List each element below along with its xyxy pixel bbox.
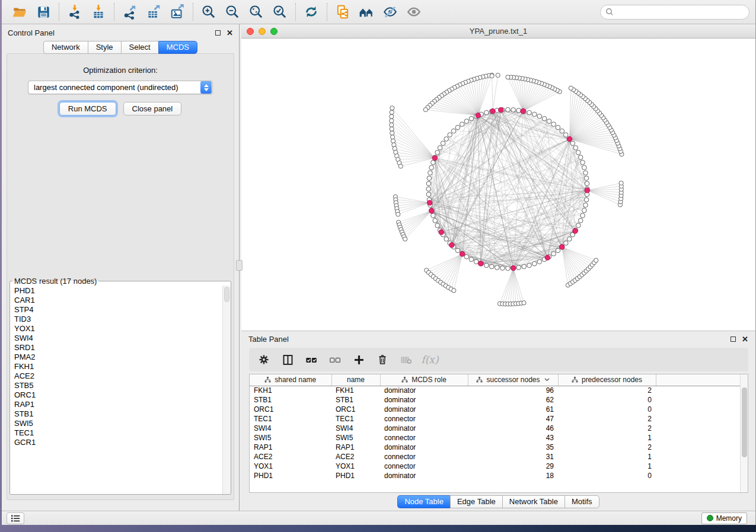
task-history-button[interactable] (7, 512, 24, 524)
column-header-MCDS-role[interactable]: MCDS role (380, 374, 468, 386)
table-row[interactable]: TEC1TEC1connector472 (250, 414, 743, 424)
delete-icon[interactable] (375, 352, 390, 367)
table-row[interactable]: YOX1YOX1connector291 (250, 462, 743, 471)
table-cell: SWI4 (250, 424, 331, 433)
toolbar-separator (59, 3, 59, 21)
mcds-result-node[interactable]: RAP1 (14, 400, 227, 409)
clone-network-icon[interactable] (331, 2, 355, 22)
tab-style[interactable]: Style (88, 41, 121, 54)
export-image-icon[interactable] (165, 2, 189, 22)
mcds-result-node[interactable]: TEC1 (14, 428, 227, 438)
run-mcds-button[interactable]: Run MCDS (59, 102, 116, 116)
table-panel-header: Table Panel ✕ (241, 331, 755, 347)
column-header-successor-nodes[interactable]: successor nodes (468, 374, 558, 386)
tab-select[interactable]: Select (121, 41, 158, 54)
mcds-result-node[interactable]: STB5 (14, 381, 227, 390)
float-panel-icon[interactable] (215, 30, 221, 36)
import-table-icon[interactable] (87, 2, 110, 22)
first-neighbors-icon[interactable] (355, 2, 378, 22)
network-view[interactable] (241, 39, 755, 331)
zoom-in-icon[interactable] (197, 2, 221, 22)
table-cell: dominator (380, 443, 468, 452)
tab-mcds[interactable]: MCDS (158, 41, 197, 54)
table-cell: connector (380, 452, 468, 462)
mcds-result-node[interactable]: FKH1 (14, 362, 227, 371)
table-cell: 2 (558, 443, 656, 452)
control-panel-header: Control Panel ✕ (2, 24, 239, 41)
mcds-result-node[interactable]: STP4 (14, 305, 227, 315)
export-network-icon[interactable] (118, 2, 142, 22)
tab-edge-table[interactable]: Edge Table (450, 495, 502, 508)
float-table-panel-icon[interactable] (731, 336, 736, 342)
tab-network[interactable]: Network (43, 41, 88, 54)
table-row[interactable]: SWI5SWI5connector431 (250, 433, 743, 443)
mcds-result-node[interactable]: SRD1 (14, 343, 227, 352)
zoom-fit-icon[interactable] (244, 2, 268, 22)
mcds-result-node[interactable]: ACE2 (14, 371, 227, 381)
table-cell: YOX1 (250, 462, 331, 471)
column-header-predecessor-nodes[interactable]: predecessor nodes (558, 374, 656, 386)
table-cell: 0 (558, 395, 656, 405)
open-icon[interactable] (8, 2, 31, 22)
refresh-icon[interactable] (299, 2, 323, 22)
divider-grip-icon[interactable] (236, 260, 243, 271)
mcds-result-node[interactable]: SWI4 (14, 334, 227, 343)
maximize-window-icon[interactable] (270, 28, 277, 35)
tab-network-table[interactable]: Network Table (502, 495, 564, 508)
mcds-result-node[interactable]: SWI5 (14, 419, 227, 428)
mcds-result-node[interactable]: GCR1 (14, 438, 227, 447)
table-cell: dominator (380, 471, 468, 480)
criterion-select[interactable]: largest connected component (undirected) (28, 81, 213, 94)
deselect-all-icon[interactable] (327, 352, 343, 367)
column-header-name[interactable]: name (331, 374, 380, 386)
table-row[interactable]: PHD1PHD1dominator180 (250, 471, 743, 480)
table-row[interactable]: FKH1FKH1dominator962 (250, 386, 743, 395)
mcds-result-node[interactable]: ORC1 (14, 390, 227, 400)
tab-node-table[interactable]: Node Table (397, 495, 450, 508)
close-table-panel-icon[interactable]: ✕ (742, 335, 748, 343)
hide-selected-icon[interactable] (378, 2, 402, 22)
table-scrollbar[interactable] (740, 374, 748, 492)
add-column-icon[interactable] (351, 352, 366, 367)
table-cell-filler (656, 386, 743, 395)
table-row[interactable]: ORC1ORC1dominator610 (250, 405, 743, 414)
panel-divider[interactable] (239, 24, 241, 511)
table-row[interactable]: SWI4SWI4dominator462 (250, 424, 743, 433)
show-all-icon[interactable] (402, 2, 426, 22)
table-row[interactable]: RAP1RAP1dominator352 (250, 443, 743, 452)
mcds-result-node[interactable]: STB1 (14, 409, 227, 419)
zoom-out-icon[interactable] (221, 2, 244, 22)
column-header-shared-name[interactable]: shared name (250, 374, 331, 386)
import-network-icon[interactable] (63, 2, 87, 22)
table-cell: 47 (468, 414, 558, 424)
export-table-icon[interactable] (142, 2, 165, 22)
close-panel-icon[interactable]: ✕ (227, 29, 233, 37)
table-cell: connector (380, 433, 468, 443)
result-scrollbar[interactable] (222, 286, 231, 494)
mcds-result-node[interactable]: PMA2 (14, 352, 227, 362)
close-panel-button[interactable]: Close panel (123, 102, 182, 116)
zoom-selected-icon[interactable] (268, 2, 292, 22)
table-cell: TEC1 (250, 414, 331, 424)
network-window: YPA_prune.txt_1 (241, 24, 755, 331)
show-columns-icon[interactable] (280, 352, 295, 367)
tab-motifs[interactable]: Motifs (564, 495, 599, 508)
mcds-result-box: MCDS result (17 nodes) PHD1CAR1STP4TID3Y… (9, 277, 231, 495)
mcds-result-node[interactable]: PHD1 (14, 286, 227, 296)
mcds-result-node[interactable]: CAR1 (14, 296, 227, 305)
close-window-icon[interactable] (247, 28, 254, 35)
table-row[interactable]: STB1STB1dominator620 (250, 395, 743, 405)
memory-button[interactable]: Memory (701, 512, 747, 524)
network-graph[interactable] (241, 39, 755, 331)
table-cell: STB1 (250, 395, 331, 405)
table-cell: 2 (558, 386, 656, 395)
mcds-result-node[interactable]: TID3 (14, 315, 227, 324)
mcds-result-node[interactable]: YOX1 (14, 324, 227, 334)
table-settings-icon[interactable] (256, 352, 272, 367)
search-input[interactable] (617, 8, 744, 17)
table-cell: dominator (380, 395, 468, 405)
save-icon[interactable] (31, 2, 55, 22)
table-row[interactable]: ACE2ACE2connector311 (250, 452, 743, 462)
select-all-icon[interactable] (304, 352, 319, 367)
minimize-window-icon[interactable] (259, 28, 266, 35)
